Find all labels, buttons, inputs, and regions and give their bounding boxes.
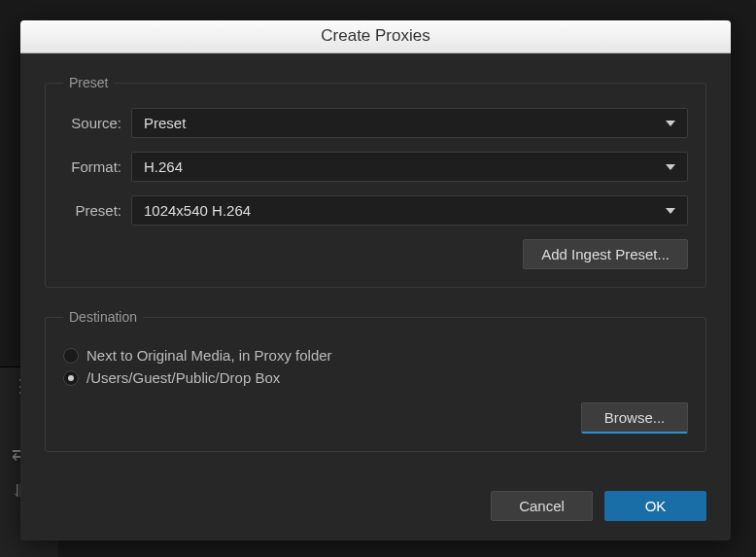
preset-label: Preset: <box>63 202 131 219</box>
format-value: H.264 <box>144 158 183 175</box>
destination-fieldset: Destination Next to Original Media, in P… <box>45 309 706 452</box>
ok-button[interactable]: OK <box>604 491 706 521</box>
radio-icon <box>63 370 79 386</box>
destination-legend: Destination <box>63 309 143 325</box>
dialog-content: Preset Source: Preset Format: H.264 Pres… <box>20 53 731 491</box>
cancel-button[interactable]: Cancel <box>491 491 593 521</box>
chevron-down-icon <box>666 164 675 170</box>
chevron-down-icon <box>666 121 675 126</box>
destination-option-path[interactable]: /Users/Guest/Public/Drop Box <box>63 366 688 389</box>
radio-icon <box>63 348 79 364</box>
destination-option-original[interactable]: Next to Original Media, in Proxy folder <box>63 344 688 366</box>
destination-radio-group: Next to Original Media, in Proxy folder … <box>63 344 688 389</box>
browse-button[interactable]: Browse... <box>581 402 688 434</box>
preset-value: 1024x540 H.264 <box>144 202 251 219</box>
preset-row: Preset: 1024x540 H.264 <box>63 195 688 226</box>
destination-option-label: Next to Original Media, in Proxy folder <box>86 347 332 364</box>
source-label: Source: <box>63 115 131 131</box>
format-label: Format: <box>63 158 131 175</box>
format-row: Format: H.264 <box>63 152 688 182</box>
browse-row: Browse... <box>63 402 688 434</box>
create-proxies-dialog: Create Proxies Preset Source: Preset For… <box>20 20 731 540</box>
preset-legend: Preset <box>63 75 114 90</box>
dialog-title: Create Proxies <box>20 20 731 53</box>
dialog-footer: Cancel OK <box>20 491 731 540</box>
add-ingest-preset-button[interactable]: Add Ingest Preset... <box>523 239 688 269</box>
preset-fieldset: Preset Source: Preset Format: H.264 Pres… <box>45 75 706 288</box>
chevron-down-icon <box>666 208 675 214</box>
format-select[interactable]: H.264 <box>131 152 688 182</box>
preset-select[interactable]: 1024x540 H.264 <box>131 195 688 226</box>
source-value: Preset <box>144 115 186 131</box>
destination-option-label: /Users/Guest/Public/Drop Box <box>86 369 280 386</box>
source-select[interactable]: Preset <box>131 108 688 138</box>
source-row: Source: Preset <box>63 108 688 138</box>
add-ingest-row: Add Ingest Preset... <box>63 239 688 269</box>
